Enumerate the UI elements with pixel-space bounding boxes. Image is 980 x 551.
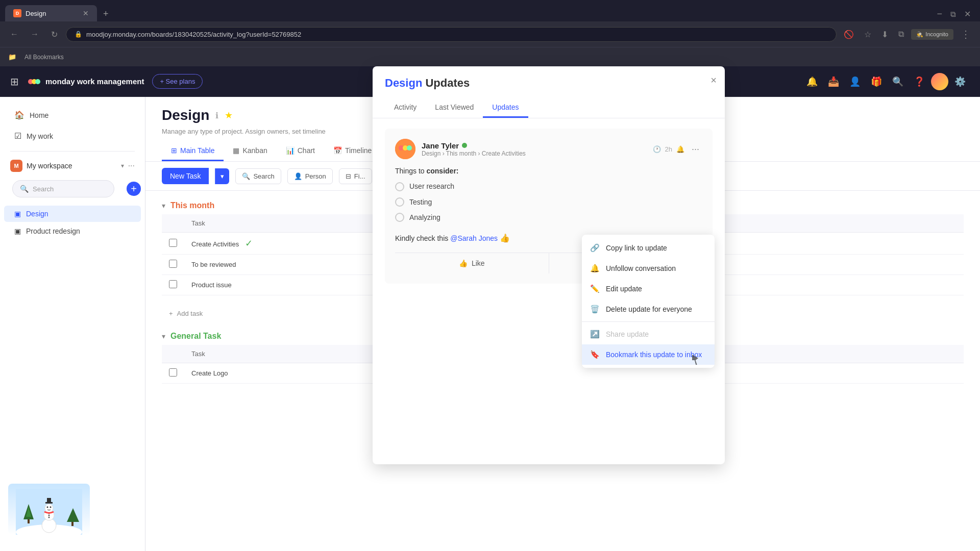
bell-icon[interactable]: 🔔	[802, 73, 822, 90]
updates-tab-last-viewed[interactable]: Last Viewed	[426, 98, 483, 118]
menu-button[interactable]: ⋮	[958, 26, 974, 42]
group-toggle-general[interactable]: ▾	[162, 332, 165, 340]
context-menu-item-copy-link[interactable]: 🔗 Copy link to update	[582, 238, 715, 258]
edit-label: Edit update	[606, 285, 642, 293]
disabled-icon[interactable]: 🚫	[841, 28, 857, 41]
help-icon[interactable]: ❓	[910, 73, 929, 90]
svg-rect-7	[28, 519, 30, 523]
update-meta: 🕐 2h 🔔 ···	[653, 143, 702, 156]
task-name-2: To be reviewed	[191, 261, 236, 268]
mention-prefix: Kindly check this	[395, 234, 450, 242]
grid-icon[interactable]: ⊞	[10, 76, 19, 88]
add-button[interactable]: +	[127, 182, 141, 196]
context-menu-item-delete[interactable]: 🗑️ Delete update for everyone	[582, 299, 715, 319]
mention-name[interactable]: @Sarah Jones	[450, 234, 498, 242]
user-avatar[interactable]	[931, 73, 948, 90]
update-text-intro: Things to consider:	[395, 165, 702, 177]
search-header-icon[interactable]: 🔍	[888, 73, 908, 90]
checklist-circle-1[interactable]	[395, 182, 404, 191]
inbox-icon[interactable]: 📥	[824, 73, 843, 90]
new-task-button[interactable]: New Task	[162, 168, 209, 184]
updates-close-button[interactable]: ×	[710, 74, 717, 86]
update-more-button[interactable]: ···	[689, 143, 702, 156]
nav-actions: 🚫 ☆ ⬇ ⧉ 🕵 Incognito ⋮	[841, 26, 974, 42]
person-toolbar-button[interactable]: 👤 Person	[287, 168, 333, 184]
gift-icon[interactable]: 🎁	[867, 73, 886, 90]
tab-chart[interactable]: 📊 Chart	[277, 141, 324, 161]
col-checkbox	[162, 214, 184, 233]
forward-button[interactable]: →	[27, 28, 43, 41]
address-bar[interactable]: 🔒 moodjoy.monday.com/boards/1830420525/a…	[66, 27, 837, 42]
unfollow-label: Unfollow conversation	[606, 264, 676, 272]
home-icon: 🏠	[14, 110, 24, 120]
task-checkbox-1[interactable]	[169, 239, 177, 247]
kanban-label: Kanban	[242, 146, 267, 155]
download-button[interactable]: ⬇	[878, 28, 891, 41]
bookmark-label: Bookmark this update to inbox	[606, 350, 702, 359]
sidebar-item-mywork[interactable]: ☑ My work	[4, 126, 141, 146]
incognito-label: Incognito	[925, 31, 948, 37]
checklist-circle-2[interactable]	[395, 197, 404, 207]
like-button[interactable]: 👍 Like	[395, 253, 549, 273]
search-toolbar-label: Search	[253, 172, 274, 180]
see-plans-button[interactable]: + See plans	[152, 74, 203, 89]
group-toggle-this-month[interactable]: ▾	[162, 202, 165, 210]
group-name-this-month: This month	[170, 201, 214, 210]
browser-nav: ← → ↻ 🔒 moodjoy.monday.com/boards/183042…	[0, 21, 980, 47]
star-button[interactable]: ☆	[861, 28, 874, 41]
mywork-label: My work	[27, 132, 53, 140]
intro-bold: consider:	[426, 167, 458, 175]
new-task-dropdown-button[interactable]: ▾	[215, 168, 229, 184]
updates-title-highlight: Design	[385, 77, 422, 89]
tab-kanban[interactable]: ▦ Kanban	[224, 141, 276, 161]
board-star-icon[interactable]: ★	[225, 110, 233, 121]
workspace-chevron-icon: ▾	[121, 162, 124, 169]
new-tab-button[interactable]: +	[99, 7, 113, 21]
url-text: moodjoy.monday.com/boards/1830420525/act…	[86, 31, 301, 38]
add-user-icon[interactable]: 👤	[845, 73, 865, 90]
updates-tab-activity[interactable]: Activity	[385, 98, 426, 118]
active-tab[interactable]: D Design ✕	[5, 5, 97, 21]
context-menu-item-bookmark[interactable]: 🔖 Bookmark this update to inbox	[582, 344, 715, 365]
task-checkbox-3[interactable]	[169, 280, 177, 288]
restore-button[interactable]: ⧉	[950, 9, 956, 19]
task-checkbox-2[interactable]	[169, 260, 177, 268]
mention-emoji: 👍	[500, 234, 510, 242]
context-menu-item-edit[interactable]: ✏️ Edit update	[582, 279, 715, 299]
delete-icon: 🗑️	[590, 305, 600, 314]
update-user-name-row: Jane Tyler	[422, 141, 526, 150]
svg-point-23	[407, 145, 412, 151]
app-logo: monday work management	[27, 74, 144, 89]
tab-label: Design	[26, 10, 46, 17]
sidebar: 🏠 Home ☑ My work M My workspace ▾ ··· 🔍 …	[0, 97, 145, 551]
checklist-circle-3[interactable]	[395, 213, 404, 222]
svg-point-12	[45, 504, 53, 512]
header-icons: 🔔 📥 👤 🎁 🔍 ❓ ⚙️	[802, 73, 970, 90]
context-menu: 🔗 Copy link to update 🔔 Unfollow convers…	[582, 235, 715, 368]
settings-icon[interactable]: ⚙️	[950, 73, 970, 90]
update-content: Things to consider: User research Testin…	[395, 165, 702, 244]
extensions-button[interactable]: ⧉	[895, 28, 907, 41]
updates-tabs: Activity Last Viewed Updates	[385, 98, 713, 118]
filter-toolbar-button[interactable]: ⊟ Fi...	[339, 168, 372, 184]
task-checkbox-4[interactable]	[169, 368, 177, 377]
tab-main-table[interactable]: ⊞ Main Table	[162, 141, 224, 161]
checklist-item-2: Testing	[395, 196, 702, 208]
workspace-header[interactable]: M My workspace ▾ ···	[0, 156, 145, 176]
sidebar-search[interactable]: 🔍 Search	[12, 180, 114, 197]
minimize-button[interactable]: −	[937, 9, 942, 19]
workspace-more-icon[interactable]: ···	[128, 161, 135, 170]
updates-tab-updates[interactable]: Updates	[483, 98, 528, 118]
back-button[interactable]: ←	[6, 28, 22, 41]
sidebar-item-home[interactable]: 🏠 Home	[4, 105, 141, 125]
sidebar-item-product-redesign[interactable]: ▣ Product redesign	[4, 223, 141, 239]
close-window-button[interactable]: ✕	[964, 9, 971, 19]
sidebar-item-design[interactable]: ▣ Design	[4, 206, 141, 222]
all-bookmarks-link[interactable]: All Bookmarks	[24, 54, 64, 61]
refresh-button[interactable]: ↻	[47, 28, 62, 41]
board-checkbox-icon: ▣	[14, 210, 21, 218]
search-toolbar-button[interactable]: 🔍 Search	[235, 168, 281, 184]
tab-close-button[interactable]: ✕	[83, 9, 89, 17]
board-info-icon[interactable]: ℹ	[215, 111, 218, 120]
context-menu-item-unfollow[interactable]: 🔔 Unfollow conversation	[582, 258, 715, 279]
